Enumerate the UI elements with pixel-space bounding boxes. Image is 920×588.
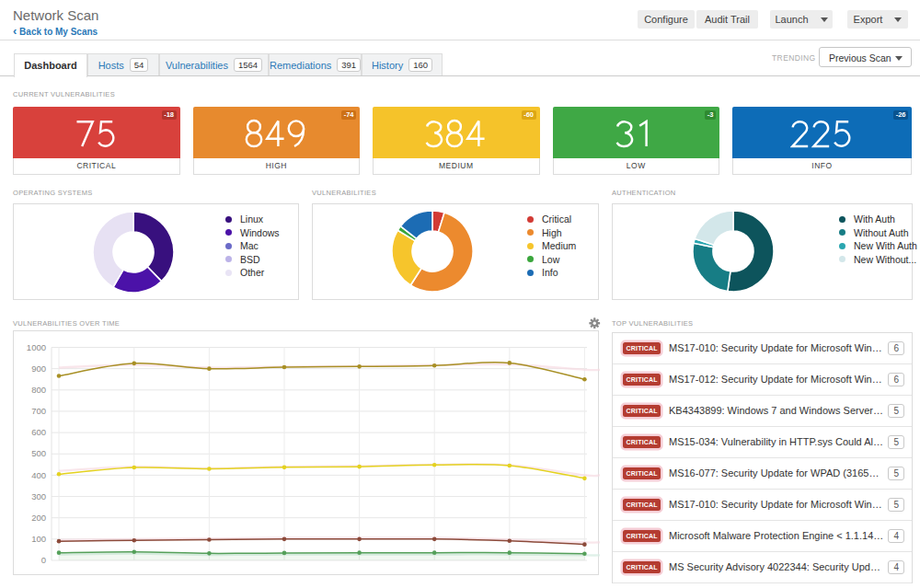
svg-text:700: 700	[31, 406, 46, 416]
svg-text:1000: 1000	[27, 342, 46, 352]
svg-text:900: 900	[31, 363, 46, 374]
svg-text:200: 200	[31, 513, 46, 523]
svg-text:0: 0	[41, 555, 46, 565]
svg-text:800: 800	[31, 385, 46, 395]
svg-text:500: 500	[31, 448, 46, 458]
svg-text:400: 400	[31, 470, 46, 480]
svg-text:600: 600	[31, 427, 46, 437]
svg-text:100: 100	[31, 534, 46, 544]
svg-text:300: 300	[31, 491, 46, 502]
